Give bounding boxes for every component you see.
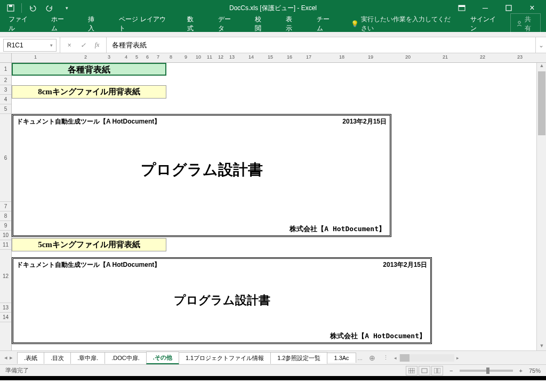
row-headers[interactable]: 1 2 3 4 5 6 7 8 9 10 11 12 13 14 — [0, 63, 12, 350]
scroll-right-icon[interactable]: ▸ — [456, 355, 459, 361]
cell-title-green[interactable]: 各種背表紙 — [12, 63, 166, 76]
col-tick: 23 — [517, 54, 523, 60]
tab-team[interactable]: チーム — [314, 13, 338, 35]
tab-pagelayout[interactable]: ページ レイアウト — [116, 13, 171, 35]
view-pagelayout-icon[interactable] — [419, 366, 430, 375]
view-normal-icon[interactable] — [406, 366, 417, 375]
sheet-tab[interactable]: 1.3Ac — [327, 353, 356, 363]
tab-data[interactable]: データ — [215, 13, 239, 35]
name-box[interactable]: R1C1 ▾ — [3, 39, 57, 52]
col-tick: 18 — [339, 54, 344, 60]
zoom-slider[interactable] — [460, 370, 513, 372]
col-tick: 15 — [268, 54, 273, 60]
sheet-tab[interactable]: 1.2参照設定一覧 — [270, 352, 327, 364]
undo-icon[interactable] — [26, 2, 39, 14]
doc-tool-name: ドキュメント自動生成ツール【A HotDocument】 — [17, 260, 160, 270]
vertical-scroll-thumb[interactable] — [538, 71, 545, 135]
row-hdr[interactable]: 14 — [0, 313, 11, 322]
qat-customize-icon[interactable]: ▾ — [60, 2, 73, 14]
share-button[interactable]: 共有 — [510, 13, 541, 35]
row-hdr[interactable]: 4 — [0, 95, 11, 104]
signin-link[interactable]: サインイン — [467, 13, 502, 35]
col-tick: 7 — [157, 54, 159, 60]
tell-me-box[interactable]: 💡 実行したい作業を入力してください — [351, 15, 454, 33]
maximize-button[interactable] — [499, 2, 518, 14]
row-hdr[interactable]: 11 — [0, 240, 11, 250]
row-hdr[interactable]: 9 — [0, 221, 11, 231]
save-icon[interactable] — [4, 2, 17, 14]
row-hdr[interactable]: 12 — [0, 250, 11, 303]
svg-point-5 — [518, 21, 520, 23]
view-pagebreak-icon[interactable] — [431, 366, 443, 375]
sheet-tab-more[interactable]: ... — [356, 355, 365, 361]
tab-overflow-icon[interactable]: ⋮ — [380, 354, 392, 361]
tab-insert[interactable]: 挿入 — [85, 13, 103, 35]
col-tick: 3 — [108, 54, 110, 60]
ribbon-collapsed — [0, 32, 546, 37]
scroll-down-icon[interactable]: ▼ — [538, 343, 545, 350]
tab-review[interactable]: 校閲 — [252, 13, 270, 35]
zoom-in-button[interactable]: + — [519, 368, 523, 374]
sheet-tab-active[interactable]: .その他 — [146, 352, 179, 364]
select-all-corner[interactable] — [0, 53, 12, 62]
zoom-out-button[interactable]: − — [449, 368, 453, 374]
cell-grid[interactable]: 各種背表紙 8cmキングファイル用背表紙 ドキュメント自動生成ツール【A Hot… — [12, 63, 536, 350]
row-hdr[interactable]: 2 — [0, 76, 11, 85]
tab-nav-next-icon[interactable]: ▸ — [10, 354, 13, 361]
col-tick: 4 — [125, 54, 127, 60]
add-sheet-icon[interactable]: ⊕ — [365, 354, 380, 362]
name-box-dropdown-icon[interactable]: ▾ — [50, 43, 53, 48]
cancel-formula-icon[interactable]: × — [65, 42, 74, 49]
row-hdr[interactable]: 5 — [0, 104, 11, 114]
sheet-tab[interactable]: .章中扉. — [70, 352, 105, 364]
col-tick: 17 — [306, 54, 311, 60]
tab-view[interactable]: 表示 — [283, 13, 301, 35]
zoom-level[interactable]: 75% — [529, 368, 541, 374]
close-button[interactable]: × — [523, 2, 542, 14]
sheet-tab[interactable]: 1.1プロジェクトファイル情報 — [179, 352, 271, 364]
row-hdr[interactable]: 1 — [0, 63, 11, 76]
col-tick: 8 — [170, 54, 172, 60]
cell-label-5cm[interactable]: 5cmキングファイル用背表紙 — [12, 238, 166, 251]
person-icon — [516, 20, 523, 28]
row-hdr[interactable]: 3 — [0, 85, 11, 95]
doc-box-5cm[interactable]: ドキュメント自動生成ツール【A HotDocument】 2013年2月15日 … — [12, 257, 432, 344]
status-ready: 準備完了 — [5, 366, 29, 374]
minimize-button[interactable]: ─ — [476, 2, 495, 14]
horizontal-scroll-thumb[interactable] — [400, 354, 410, 362]
cell-label-8cm[interactable]: 8cmキングファイル用背表紙 — [12, 85, 166, 99]
redo-icon[interactable] — [43, 2, 56, 14]
column-ruler[interactable]: 1 2 3 4 5 6 7 8 9 10 11 12 13 14 15 16 1… — [12, 53, 546, 62]
scroll-up-icon[interactable]: ▲ — [538, 63, 545, 70]
name-box-value: R1C1 — [7, 42, 23, 49]
row-hdr[interactable]: 8 — [0, 211, 11, 221]
ribbon-display-options-icon[interactable] — [452, 2, 471, 14]
window-title: DocCs.xls [保護ビュー] - Excel — [229, 4, 317, 13]
row-hdr[interactable]: 10 — [0, 231, 11, 240]
row-hdr[interactable]: 6 — [0, 114, 11, 202]
sheet-tab[interactable]: .表紙 — [17, 352, 44, 364]
row-hdr[interactable]: 7 — [0, 202, 11, 211]
fx-icon[interactable]: fx — [92, 41, 102, 49]
tab-file[interactable]: ファイル — [5, 13, 35, 35]
horizontal-scrollbar[interactable]: ◂ ▸ — [392, 354, 461, 362]
sheet-tab[interactable]: .目次 — [44, 352, 71, 364]
tab-formulas[interactable]: 数式 — [184, 13, 202, 35]
vertical-scrollbar[interactable]: ▲ ▼ — [536, 63, 546, 350]
formula-input[interactable]: 各種背表紙 — [107, 40, 535, 50]
col-tick: 2 — [84, 54, 87, 60]
doc-box-8cm[interactable]: ドキュメント自動生成ツール【A HotDocument】 2013年2月15日 … — [12, 114, 391, 237]
formula-expand-icon[interactable]: ⌄ — [535, 37, 546, 53]
row-hdr[interactable]: 13 — [0, 303, 11, 313]
svg-rect-11 — [434, 368, 437, 373]
enter-formula-icon[interactable]: ✓ — [78, 42, 88, 49]
col-tick: 10 — [196, 54, 201, 60]
scroll-left-icon[interactable]: ◂ — [394, 355, 397, 361]
svg-rect-12 — [438, 368, 440, 373]
tab-home[interactable]: ホーム — [48, 13, 72, 35]
svg-rect-3 — [459, 5, 465, 7]
zoom-thumb[interactable] — [486, 368, 489, 374]
col-tick: 6 — [146, 54, 149, 60]
tab-nav-prev-icon[interactable]: ◂ — [4, 354, 7, 361]
sheet-tab[interactable]: .DOC中扉. — [105, 352, 147, 364]
